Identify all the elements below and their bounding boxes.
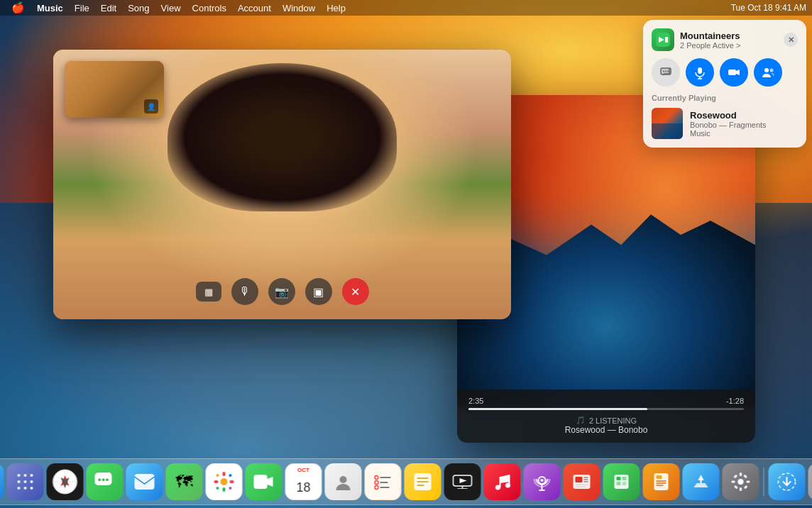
dock-numbers[interactable] xyxy=(603,463,640,500)
svg-point-23 xyxy=(24,480,27,483)
svg-point-51 xyxy=(375,481,378,485)
svg-point-12 xyxy=(764,68,769,72)
svg-point-24 xyxy=(31,480,33,483)
menu-song[interactable]: Song xyxy=(123,1,154,15)
time-remaining: -1:28 xyxy=(726,397,744,405)
svg-rect-94 xyxy=(747,481,750,483)
svg-point-21 xyxy=(31,474,33,477)
svg-rect-39 xyxy=(223,472,226,476)
chat-button[interactable] xyxy=(652,58,680,87)
svg-point-90 xyxy=(738,479,744,485)
svg-marker-48 xyxy=(268,477,273,487)
dock-messages[interactable]: ●●● xyxy=(87,463,124,500)
svg-point-4 xyxy=(663,71,664,72)
menu-edit[interactable]: Edit xyxy=(96,1,121,15)
svg-point-25 xyxy=(18,487,21,490)
dock-reminders[interactable] xyxy=(365,463,402,500)
app-name[interactable]: Music xyxy=(32,1,68,15)
svg-rect-83 xyxy=(622,482,627,485)
dock-calendar[interactable]: OCT 18 xyxy=(285,463,322,500)
svg-point-69 xyxy=(541,479,544,482)
menu-window[interactable]: Window xyxy=(278,1,320,15)
dock: ●●● 🗺 OCT 1 xyxy=(0,458,812,505)
svg-rect-40 xyxy=(223,487,226,492)
dock-finder[interactable] xyxy=(0,463,4,500)
menu-help[interactable]: Help xyxy=(322,1,351,15)
svg-rect-2 xyxy=(665,37,668,43)
svg-point-52 xyxy=(375,486,378,490)
dock-maps[interactable]: 🗺 xyxy=(166,463,203,500)
svg-marker-63 xyxy=(460,478,467,483)
svg-point-50 xyxy=(375,476,378,480)
menu-controls[interactable]: Controls xyxy=(187,1,231,15)
svg-rect-85 xyxy=(657,475,662,479)
screen-share-button[interactable]: ▣ xyxy=(305,278,332,305)
facetime-window: 👤 ▦ 🎙 📷 ▣ ✕ xyxy=(53,50,511,319)
menu-account[interactable]: Account xyxy=(233,1,276,15)
svg-rect-43 xyxy=(216,473,220,477)
svg-rect-92 xyxy=(740,487,742,491)
mic-button[interactable] xyxy=(686,58,714,87)
menu-view[interactable]: View xyxy=(156,1,186,15)
facetime-main-video: 👤 ▦ 🎙 📷 ▣ ✕ xyxy=(53,50,511,319)
dock-notes[interactable] xyxy=(405,463,441,500)
notification-header: Mountaineers 2 People Active > ✕ xyxy=(652,28,798,51)
svg-marker-11 xyxy=(736,70,740,75)
svg-rect-37 xyxy=(135,474,155,490)
sidebar-toggle-button[interactable]: ▦ xyxy=(196,282,221,302)
svg-rect-42 xyxy=(230,480,234,483)
dock-downloads[interactable] xyxy=(769,463,806,500)
listeners-label: 2 LISTENING xyxy=(589,416,637,425)
menu-file[interactable]: File xyxy=(70,1,94,15)
dock-pages[interactable] xyxy=(643,463,680,500)
track-source: Music xyxy=(690,129,798,138)
video-button[interactable] xyxy=(720,58,748,87)
facetime-self-thumbnail[interactable]: 👤 xyxy=(65,61,164,118)
dock-safari[interactable] xyxy=(47,463,84,500)
video-toggle-button[interactable]: 📷 xyxy=(268,278,295,305)
svg-point-20 xyxy=(24,474,27,477)
progress-bar[interactable] xyxy=(468,408,744,410)
menubar: 🍎 Music File Edit Song View Controls Acc… xyxy=(0,0,812,16)
dock-appletv[interactable] xyxy=(444,463,481,500)
dock-appstore[interactable] xyxy=(683,463,720,500)
svg-rect-97 xyxy=(743,475,747,479)
svg-rect-7 xyxy=(698,67,702,74)
dock-trash[interactable] xyxy=(808,463,813,500)
mute-button[interactable]: 🎙 xyxy=(231,278,258,305)
shareplay-icon: 🎵 xyxy=(576,416,586,425)
svg-rect-41 xyxy=(214,480,219,483)
player-controls: 2:35 -1:28 🎵 2 LISTENING Rosewood — Bono… xyxy=(457,390,755,443)
notification-actions xyxy=(652,58,798,87)
end-call-button[interactable]: ✕ xyxy=(342,278,369,305)
progress-fill xyxy=(468,408,647,410)
svg-point-5 xyxy=(665,71,666,72)
group-subtitle[interactable]: 2 People Active > xyxy=(680,41,784,50)
dock-podcasts[interactable] xyxy=(524,463,561,500)
dock-system-settings[interactable] xyxy=(723,463,759,500)
playback-time: 2:35 -1:28 xyxy=(468,397,744,405)
dock-photos[interactable] xyxy=(206,463,243,500)
time-elapsed: 2:35 xyxy=(468,397,483,405)
notification-close-button[interactable]: ✕ xyxy=(784,33,798,47)
dock-mail[interactable] xyxy=(126,463,163,500)
dock-contacts[interactable] xyxy=(325,463,362,500)
track-info: Rosewood Bonobo — Fragments Music xyxy=(690,110,798,138)
currently-playing-label: Currently Playing xyxy=(652,94,798,102)
svg-rect-73 xyxy=(576,477,583,482)
now-playing-row: Rosewood Bonobo — Fragments Music xyxy=(652,108,798,139)
svg-rect-47 xyxy=(254,475,268,489)
notification-popup: Mountaineers 2 People Active > ✕ xyxy=(643,20,806,148)
svg-rect-44 xyxy=(216,486,220,490)
apple-menu[interactable]: 🍎 xyxy=(6,0,31,16)
track-label: Rosewood — Bonobo xyxy=(468,425,744,435)
svg-rect-96 xyxy=(744,485,748,490)
dock-facetime[interactable] xyxy=(246,463,282,500)
svg-point-27 xyxy=(31,487,33,490)
svg-rect-98 xyxy=(734,485,738,490)
menubar-time: Tue Oct 18 9:41 AM xyxy=(731,3,806,13)
dock-news[interactable] xyxy=(564,463,600,500)
dock-music[interactable] xyxy=(484,463,521,500)
dock-launchpad[interactable] xyxy=(7,463,44,500)
person-button[interactable] xyxy=(754,58,782,87)
